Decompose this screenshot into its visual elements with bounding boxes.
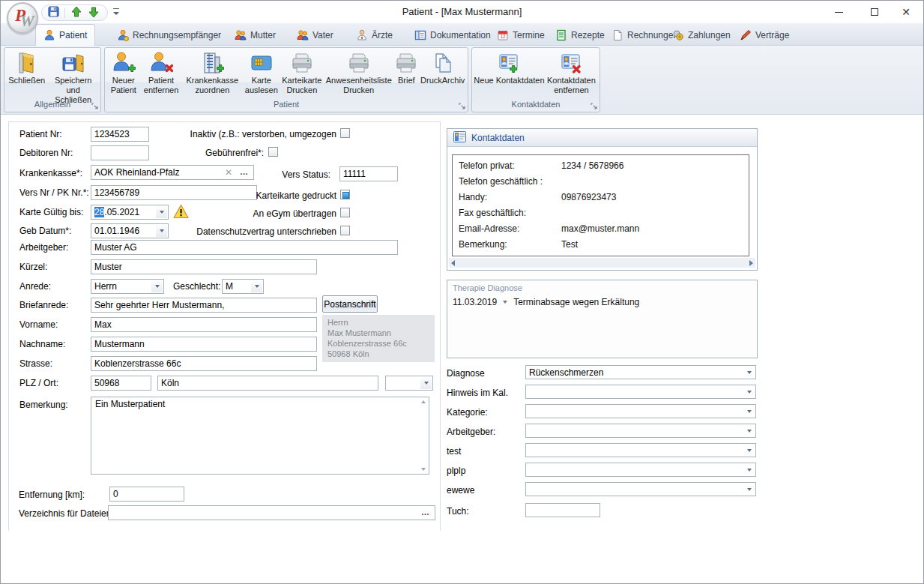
tab-aerzte[interactable]: Ärzte [348, 24, 400, 46]
tab-rechnungsempfaenger[interactable]: Rechnungsempfänger [109, 24, 229, 46]
inaktiv-checkbox[interactable] [340, 128, 350, 138]
entfernung-input[interactable] [109, 487, 184, 502]
tab-dokumentation[interactable]: Dokumentation [407, 24, 498, 46]
krankenkasse-zuordnen-button[interactable]: Krankenkasse zuordnen [182, 50, 244, 99]
dialog-launcher-icon[interactable] [91, 102, 99, 110]
tab-termine[interactable]: 12 Termine [489, 24, 552, 46]
chevron-down-icon[interactable] [747, 391, 752, 394]
diagnose-combo[interactable]: Rückenschmerzen [525, 365, 756, 379]
patient-entfernen-button[interactable]: Patient entfernen [141, 50, 182, 99]
verzeichnis-label: Verzeichnis für Dateien: [19, 508, 114, 519]
therapie-panel-title: Therapie Diagnose [453, 283, 522, 292]
ribbon-group-kontaktdaten: Neue Kontaktdaten Kontaktdaten entfernen… [471, 47, 600, 112]
kontaktdaten-entfernen-button[interactable]: Kontaktdaten entfernen [545, 50, 598, 99]
tab-vater[interactable]: Vater [289, 24, 341, 46]
scroll-up-icon[interactable] [421, 400, 426, 403]
therapie-entry[interactable]: 11.03.2019 Terminabsage wegen Erkältung [453, 297, 639, 307]
kontaktdaten-list: Telefon privat:1234 / 5678966 Telefon ge… [452, 154, 749, 256]
tab-zahlungen[interactable]: Zahlungen [665, 24, 738, 46]
group-label-allgemein: Allgemein [4, 100, 100, 112]
tuch-input[interactable] [525, 503, 600, 517]
egym-checkbox[interactable] [340, 208, 350, 217]
printer-icon [347, 51, 371, 75]
briefanrede-input[interactable] [91, 298, 317, 313]
neue-kontaktdaten-button[interactable]: Neue Kontaktdaten [474, 50, 545, 99]
arbeitgeber-right-combo[interactable] [525, 424, 756, 438]
karteikarte-drucken-button[interactable]: Karteikarte Drucken [280, 50, 324, 99]
ort-zusatz-combo[interactable] [385, 376, 433, 391]
maximize-button[interactable] [862, 1, 887, 23]
patient-nr-input[interactable] [91, 127, 149, 142]
plz-input[interactable] [91, 376, 151, 391]
tab-vertraege[interactable]: Verträge [732, 24, 797, 46]
kuerzel-label: Kürzel: [19, 262, 47, 272]
bemerkung-textarea[interactable]: Ein Musterpatient [91, 397, 429, 474]
kuerzel-input[interactable] [91, 259, 317, 274]
chevron-down-icon[interactable] [420, 377, 432, 389]
nachname-input[interactable] [91, 337, 317, 352]
chevron-down-icon[interactable] [747, 469, 752, 472]
horizontal-scrollbar[interactable] [449, 258, 755, 268]
close-button[interactable]: ✕ [893, 1, 919, 23]
chevron-down-icon[interactable] [747, 430, 752, 433]
karte-auslesen-button[interactable]: Karte auslesen [243, 50, 280, 99]
vers-status-input[interactable] [339, 166, 398, 181]
chevron-down-icon[interactable] [251, 280, 262, 292]
person-icon [43, 29, 55, 41]
scroll-left-icon[interactable] [451, 260, 455, 266]
tab-patient[interactable]: Patient [35, 24, 95, 46]
arbeitgeber-input[interactable] [91, 240, 398, 255]
group-label-patient: Patient [105, 100, 468, 112]
vorname-input[interactable] [91, 317, 317, 332]
chevron-down-icon[interactable] [747, 488, 752, 491]
brief-button[interactable]: Brief [393, 50, 419, 99]
therapie-text: Terminabsage wegen Erkältung [513, 297, 639, 307]
hinweis-combo[interactable] [525, 385, 756, 399]
therapie-date[interactable]: 11.03.2019 [453, 297, 497, 307]
plplp-label: plplp [447, 466, 465, 476]
printer-icon [394, 51, 418, 75]
druckarchiv-button[interactable]: DruckArchiv [419, 50, 466, 99]
chevron-down-icon[interactable] [747, 410, 752, 413]
anrede-combo[interactable]: Herrn [91, 279, 164, 294]
verzeichnis-input[interactable]: … [108, 505, 435, 520]
scroll-down-icon[interactable] [421, 468, 426, 471]
scroll-right-icon[interactable] [749, 260, 753, 266]
strasse-input[interactable] [91, 356, 317, 371]
remove-contact-icon [559, 51, 583, 75]
contact-card-icon [453, 131, 466, 145]
geschlecht-combo[interactable]: M [222, 279, 264, 294]
debitoren-nr-input[interactable] [91, 145, 149, 160]
neuer-patient-button[interactable]: Neuer Patient [106, 50, 141, 99]
plplp-combo[interactable] [525, 463, 756, 477]
patient-nr-label: Patient Nr: [19, 129, 62, 139]
karteikarte-gedruckt-checkbox[interactable] [340, 190, 350, 199]
ort-input[interactable] [157, 376, 378, 391]
assign-insurance-icon [200, 51, 224, 75]
debitoren-nr-label: Debitoren Nr: [19, 148, 73, 158]
page-icon [612, 29, 623, 41]
postanschrift-button[interactable]: Postanschrift [322, 295, 378, 313]
ewewe-combo[interactable] [525, 482, 756, 496]
schliessen-button[interactable]: Schließen [6, 50, 47, 99]
group-label-kontaktdaten: Kontaktdaten [472, 100, 600, 112]
chevron-down-icon[interactable] [747, 449, 752, 452]
kontaktdaten-panel: Kontaktdaten Telefon privat:1234 / 56789… [447, 128, 758, 271]
test-combo[interactable] [525, 443, 756, 457]
chevron-down-icon[interactable] [747, 371, 752, 374]
chevron-down-icon[interactable] [503, 301, 507, 304]
test-label: test [447, 446, 461, 457]
dialog-launcher-icon[interactable] [590, 102, 598, 110]
dialog-launcher-icon[interactable] [458, 102, 466, 110]
datenschutz-checkbox[interactable] [340, 226, 350, 235]
new-patient-icon [112, 51, 136, 75]
minimize-button[interactable] [826, 1, 851, 23]
gebuehrenfrei-checkbox[interactable] [268, 147, 278, 157]
kategorie-combo[interactable] [525, 404, 756, 418]
anwesenheitsliste-drucken-button[interactable]: Anwesenheitsliste Drucken [324, 50, 393, 99]
chevron-down-icon[interactable] [151, 280, 163, 292]
tab-mutter[interactable]: Mutter [227, 24, 283, 46]
browse-icon[interactable]: … [421, 508, 430, 517]
tab-rezepte[interactable]: Rezepte [548, 24, 612, 46]
speichern-und-schliessen-button[interactable]: Speichern und Schließen [47, 50, 99, 99]
